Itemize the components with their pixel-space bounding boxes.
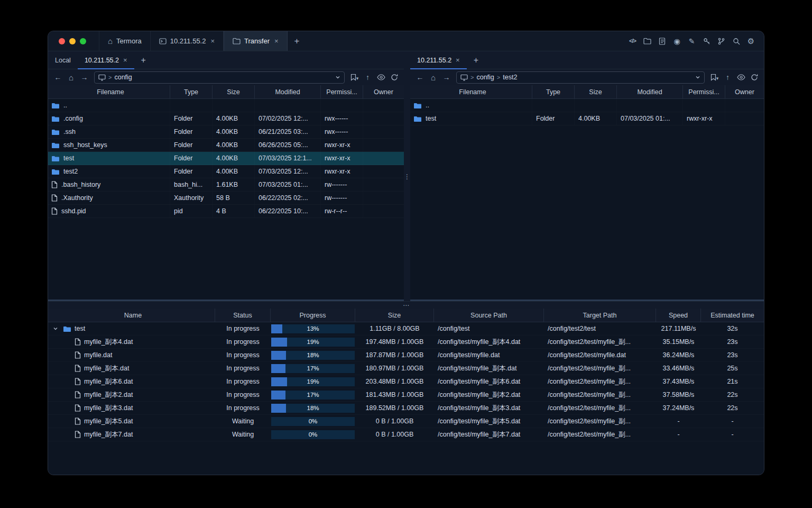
transfer-row[interactable]: testIn progress13%1.11GB / 8.00GB/config… (48, 322, 764, 335)
file-row[interactable]: sshd.pidpid4 B06/22/2025 10:...rw-r--r-- (48, 205, 404, 218)
status-cell: In progress (215, 375, 271, 388)
forward-button[interactable]: → (78, 71, 90, 84)
key-button[interactable] (700, 35, 713, 47)
transfer-row[interactable]: myfile_副本6.datIn progress19%203.48MB / 1… (48, 375, 764, 388)
branch-button[interactable] (715, 35, 727, 47)
breadcrumb-segment[interactable]: config (476, 74, 494, 81)
bookmark-button[interactable]: ▾ (348, 71, 361, 84)
transfer-row[interactable]: myfile_副本4.datIn progress19%197.48MB / 1… (48, 335, 764, 349)
tab-transfer[interactable]: Transfer × (224, 31, 288, 51)
back-button[interactable]: ← (414, 71, 426, 84)
file-row[interactable]: .. (410, 99, 764, 112)
column-header[interactable]: Modified (255, 85, 321, 98)
home-button[interactable]: ⌂ (65, 71, 77, 84)
column-header[interactable]: Permissi... (321, 85, 363, 98)
file-row[interactable]: .sshFolder4.00KB06/21/2025 03:...rwx----… (48, 125, 404, 139)
file-row[interactable]: test2Folder4.00KB07/03/2025 12:...rwxr-x… (48, 165, 404, 178)
column-header[interactable]: Status (215, 309, 271, 322)
search-button[interactable] (730, 35, 742, 47)
horizontal-splitter[interactable]: ⋯ (48, 301, 764, 309)
column-header[interactable]: Source Path (434, 309, 544, 322)
close-window-button[interactable] (59, 38, 65, 44)
column-header[interactable]: Name (48, 309, 215, 322)
file-row[interactable]: testFolder4.00KB07/03/2025 01:...rwxr-xr… (410, 112, 764, 125)
show-hidden-button[interactable] (375, 71, 387, 84)
show-hidden-button[interactable] (735, 71, 747, 84)
column-header[interactable]: Speed (656, 309, 701, 322)
minimize-window-button[interactable] (69, 38, 76, 44)
column-header[interactable]: Filename (410, 85, 532, 98)
folder-button[interactable] (641, 35, 653, 47)
path-breadcrumb[interactable]: >config (94, 71, 345, 84)
close-tab-icon[interactable]: × (210, 37, 215, 45)
file-row[interactable]: .bash_historybash_hi...1.61KB07/03/2025 … (48, 178, 404, 192)
file-icon (51, 181, 58, 188)
transfer-row[interactable]: myfile_副本5.datWaiting0%0 B / 1.00GB/conf… (48, 415, 764, 428)
file-row[interactable]: testFolder4.00KB07/03/2025 12:1...rwxr-x… (48, 152, 404, 165)
column-header[interactable]: Size (355, 309, 434, 322)
journal-button[interactable] (656, 35, 668, 47)
forward-button[interactable]: → (440, 71, 453, 84)
breadcrumb-segment[interactable]: test2 (503, 74, 517, 81)
bookmark-button[interactable]: ▾ (708, 71, 721, 84)
close-tab-icon[interactable]: × (274, 37, 279, 45)
transfer-row[interactable]: myfile_副本2.datIn progress17%181.43MB / 1… (48, 388, 764, 402)
column-header[interactable]: Type (170, 85, 213, 98)
vertical-splitter[interactable]: ⋮ (404, 51, 410, 301)
column-header[interactable]: Progress (271, 309, 355, 322)
new-panel-tab-button[interactable]: + (467, 51, 485, 69)
home-button[interactable]: ⌂ (427, 71, 439, 84)
refresh-button[interactable] (388, 71, 400, 84)
column-header[interactable]: Filename (48, 85, 170, 98)
column-header[interactable]: Permissi... (683, 85, 725, 98)
breadcrumb-segment[interactable]: config (114, 74, 132, 81)
filename-cell: .bash_history (48, 178, 170, 191)
refresh-button[interactable] (748, 71, 760, 84)
file-row[interactable]: .configFolder4.00KB07/02/2025 12:...rwx-… (48, 112, 404, 125)
column-header[interactable]: Estimated time (701, 309, 764, 322)
settings-button[interactable]: ⚙ (745, 35, 757, 47)
upload-button[interactable]: ↑ (362, 71, 374, 84)
transfer-row[interactable]: myfile_副本7.datWaiting0%0 B / 1.00GB/conf… (48, 428, 764, 441)
upload-button[interactable]: ↑ (722, 71, 734, 84)
horizontal-scrollbar[interactable] (410, 300, 764, 301)
tab-remote-host[interactable]: 10.211.55.2 × (78, 51, 134, 69)
column-header[interactable]: Owner (363, 85, 404, 98)
path-dropdown-icon[interactable] (695, 75, 700, 80)
transfer-row[interactable]: myfile.datIn progress18%187.87MB / 1.00G… (48, 349, 764, 362)
size-cell: 4.00KB (213, 165, 255, 178)
expand-chevron-icon[interactable] (51, 326, 60, 331)
progress-cell: 17% (271, 388, 355, 401)
size-cell: 1.11GB / 8.00GB (355, 322, 434, 335)
new-tab-button[interactable]: + (288, 31, 307, 51)
tab-remote-host[interactable]: 10.211.55.2 × (410, 51, 467, 69)
column-header[interactable]: Modified (617, 85, 683, 98)
file-row[interactable]: .XauthorityXauthority58 B06/22/2025 02:.… (48, 192, 404, 205)
path-dropdown-icon[interactable] (335, 75, 340, 80)
record-button[interactable]: ◉ (671, 35, 683, 47)
horizontal-scrollbar[interactable] (48, 300, 404, 301)
source-path-cell: /config/test/myfile_副本6.dat (434, 375, 544, 388)
tab-host-terminal[interactable]: 10.211.55.2 × (151, 31, 224, 51)
column-header[interactable]: Owner (725, 85, 764, 98)
file-row[interactable]: .. (48, 99, 404, 112)
back-button[interactable]: ← (52, 71, 64, 84)
column-header[interactable]: Size (213, 85, 255, 98)
file-row[interactable]: ssh_host_keysFolder4.00KB06/26/2025 05:.… (48, 139, 404, 152)
transfer-row[interactable]: myfile_副本.datIn progress17%180.97MB / 1.… (48, 362, 764, 375)
close-tab-icon[interactable]: × (123, 56, 127, 64)
transfer-row[interactable]: myfile_副本3.datIn progress18%189.52MB / 1… (48, 402, 764, 415)
column-header[interactable]: Target Path (544, 309, 656, 322)
zoom-window-button[interactable] (80, 38, 86, 44)
modified-cell: 07/03/2025 12:... (255, 165, 321, 178)
close-tab-icon[interactable]: × (456, 56, 460, 64)
tab-termora[interactable]: ⌂ Termora (99, 31, 151, 51)
path-breadcrumb[interactable]: >config>test2 (456, 71, 705, 84)
column-header[interactable]: Type (532, 85, 575, 98)
code-button[interactable]: </> (626, 35, 639, 47)
new-panel-tab-button[interactable]: + (134, 51, 153, 69)
tab-local[interactable]: Local (48, 51, 78, 69)
column-header[interactable]: Size (575, 85, 617, 98)
edit-button[interactable]: ✎ (686, 35, 698, 47)
progress-label: 17% (271, 364, 355, 373)
